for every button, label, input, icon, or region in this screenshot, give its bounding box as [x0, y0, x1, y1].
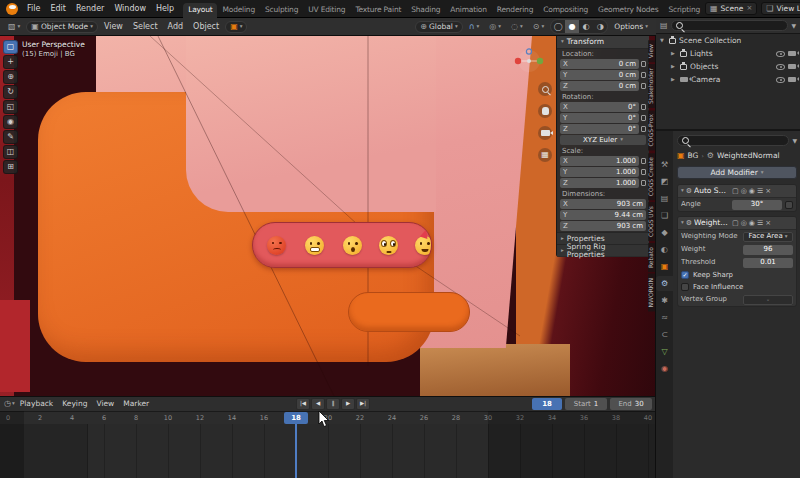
gizmos-toggle[interactable]: ◌▾	[507, 22, 527, 32]
lock-icon[interactable]	[641, 180, 646, 186]
lock-icon[interactable]	[641, 83, 646, 89]
workspace-tab-geometry-nodes[interactable]: Geometry Nodes	[593, 3, 663, 18]
current-frame-field[interactable]: 18	[532, 398, 562, 410]
tab-modifiers[interactable]: ⚙	[656, 276, 673, 291]
render-visibility-icon[interactable]	[788, 77, 796, 82]
camera-view-icon[interactable]	[538, 126, 552, 140]
location-y-field[interactable]: Y0 cm	[560, 70, 639, 80]
outliner-row-lights[interactable]: ▶ Lights	[656, 47, 800, 60]
menu-select[interactable]: Select	[129, 22, 162, 32]
hide-eye-icon[interactable]	[776, 77, 785, 83]
pan-hand-icon[interactable]	[538, 104, 552, 118]
editor-type-button[interactable]: ▧▾	[4, 22, 24, 32]
spring-rig-panel-header[interactable]: ▸Spring Rig Properties	[557, 244, 649, 256]
tab-scene[interactable]: ◆	[656, 225, 673, 240]
workspace-tab-modeling[interactable]: Modeling	[217, 3, 260, 18]
workspace-tab-scripting[interactable]: Scripting	[663, 3, 705, 18]
close-icon[interactable]: ×	[765, 188, 771, 195]
scene-selector[interactable]: ▦ Scene ×	[705, 2, 757, 15]
menu-playback[interactable]: Playback	[16, 400, 57, 408]
start-frame-field[interactable]: Start1	[565, 398, 607, 410]
scene-unlink-icon[interactable]: ×	[746, 5, 752, 12]
tab-tool[interactable]: ⚒	[656, 157, 673, 172]
modifier-header[interactable]: ▾ ⚙ WeightedNormal ▢ ◎ ◉ ☰ ×	[678, 217, 796, 230]
menu-view-timeline[interactable]: View	[92, 400, 118, 408]
workspace-tab-rendering[interactable]: Rendering	[492, 3, 539, 18]
scene-floor[interactable]	[420, 344, 570, 396]
grimacing-face-emoji[interactable]	[305, 236, 324, 255]
modifier-header[interactable]: ▾ ⚙ Auto Smooth ▢ ◎ ◉ ☰ ×	[678, 185, 796, 198]
shading-material-button[interactable]: ◐	[579, 20, 593, 33]
workspace-tab-shading[interactable]: Shading	[406, 3, 445, 18]
breadcrumb-modifier[interactable]: WeightedNormal	[717, 152, 780, 160]
outliner-row-scene-collection[interactable]: ▼ Scene Collection	[656, 34, 800, 47]
chevron-right-icon[interactable]: ▶	[671, 64, 677, 69]
lock-icon[interactable]	[641, 61, 646, 67]
move-tool[interactable]: ⊕	[3, 70, 18, 84]
hushed-face-emoji[interactable]	[343, 236, 362, 255]
workspace-tab-uv-editing[interactable]: UV Editing	[303, 3, 350, 18]
workspace-tab-animation[interactable]: Animation	[445, 3, 491, 18]
zoom-icon[interactable]	[538, 82, 552, 96]
edit-mode-toggle-icon[interactable]: ▢	[732, 188, 739, 195]
chevron-down-icon[interactable]: ▼	[660, 38, 666, 43]
tab-output[interactable]: ▤	[656, 191, 673, 206]
chevron-right-icon[interactable]: ▶	[671, 77, 677, 82]
realtime-toggle-icon[interactable]: ◎	[741, 220, 747, 227]
lock-icon[interactable]	[641, 158, 646, 164]
close-icon[interactable]: ×	[765, 220, 771, 227]
weight-value-slider[interactable]: 96	[743, 245, 793, 255]
render-toggle-icon[interactable]: ◉	[749, 188, 755, 195]
viewport-3d[interactable]: User Perspective (15) Emoji | BG ▢ + ⊕ ↻…	[0, 36, 656, 396]
jump-to-start-button[interactable]: |◀	[296, 398, 310, 410]
face-influence-checkbox[interactable]	[681, 283, 689, 291]
snap-toggle[interactable]: ∩▾	[465, 22, 484, 32]
options-dropdown[interactable]: Options▾	[610, 22, 652, 32]
filter-icon[interactable]: ▼	[792, 138, 797, 144]
menu-keying[interactable]: Keying	[58, 400, 91, 408]
scale-y-field[interactable]: Y1.000	[560, 167, 639, 177]
scene-object-red-patch[interactable]	[0, 300, 30, 392]
lock-icon[interactable]	[641, 126, 646, 132]
weighting-mode-dropdown[interactable]: Face Area▾	[743, 232, 793, 242]
lock-icon[interactable]	[641, 104, 646, 110]
threshold-value-slider[interactable]: 0.01	[743, 258, 793, 268]
menu-render[interactable]: Render	[71, 0, 109, 18]
menu-edit[interactable]: Edit	[45, 0, 71, 18]
extras-menu-icon[interactable]: ☰	[757, 188, 763, 195]
jump-to-end-button[interactable]: ▶|	[356, 398, 370, 410]
realtime-toggle-icon[interactable]: ◎	[741, 188, 747, 195]
hide-eye-icon[interactable]	[776, 64, 785, 70]
tab-object[interactable]: ▣	[656, 259, 673, 274]
rotate-tool[interactable]: ↻	[3, 85, 18, 99]
end-frame-field[interactable]: End30	[610, 398, 652, 410]
ortho-grid-icon[interactable]: ▦	[538, 148, 552, 162]
add-primitive-tool[interactable]: ⊞	[3, 160, 18, 174]
wide-eyes-face-emoji[interactable]	[379, 236, 398, 255]
location-x-field[interactable]: X0 cm	[560, 59, 639, 69]
keep-sharp-checkbox[interactable]: ✓	[681, 271, 689, 279]
playhead-line[interactable]	[295, 424, 297, 478]
menu-window[interactable]: Window	[109, 0, 151, 18]
lock-icon[interactable]	[641, 169, 646, 175]
transform-orientation-dropdown[interactable]: ⊕Global▾	[415, 21, 462, 33]
angry-face-emoji[interactable]	[267, 236, 286, 255]
menu-file[interactable]: File	[22, 0, 45, 18]
tab-object-data[interactable]: ▽	[656, 344, 673, 359]
outliner-editor-icon[interactable]: ▤	[660, 22, 668, 30]
transform-tool[interactable]: ◉	[3, 115, 18, 129]
vertex-group-field[interactable]: ◦	[743, 295, 793, 305]
tab-constraints[interactable]: ⊂	[656, 327, 673, 342]
tab-world[interactable]: ◐	[656, 242, 673, 257]
input-attribute-toggle[interactable]	[785, 201, 793, 209]
scene-object-emoji-pill[interactable]	[252, 222, 432, 268]
tab-render[interactable]: ◩	[656, 174, 673, 189]
chevron-right-icon[interactable]: ▶	[671, 51, 677, 56]
playhead-frame-badge[interactable]: 18	[284, 412, 308, 424]
dimensions-x-field[interactable]: X903 cm	[560, 199, 646, 209]
shading-solid-button[interactable]: ●	[565, 20, 579, 33]
transform-panel-header[interactable]: ▾Transform	[557, 36, 649, 49]
render-visibility-icon[interactable]	[788, 51, 796, 56]
hide-eye-icon[interactable]	[776, 51, 785, 57]
dimensions-y-field[interactable]: Y9.44 cm	[560, 210, 646, 220]
